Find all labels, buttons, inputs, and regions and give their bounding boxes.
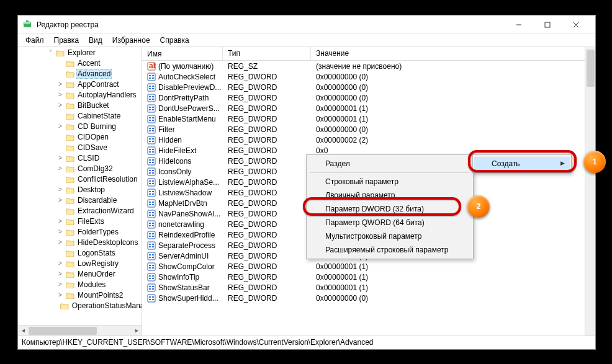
col-type[interactable]: Тип <box>223 47 311 60</box>
ctx-expandstring[interactable]: Расширяемый строковый параметр <box>308 243 472 257</box>
tree-item[interactable]: ConflictResolution <box>18 174 142 184</box>
ctx-qword64[interactable]: Параметр QWORD (64 бита) <box>308 216 472 229</box>
value-row[interactable]: AutoCheckSelectREG_DWORD0x00000000 (0) <box>142 71 595 82</box>
tree-item[interactable]: CIDOpen <box>18 131 142 142</box>
menu-favorites[interactable]: Избранное <box>109 35 154 45</box>
value-row[interactable]: DisablePreviewD...REG_DWORD0x00000000 (0… <box>142 82 595 92</box>
expand-icon[interactable]: > <box>56 81 64 87</box>
value-row[interactable]: FilterREG_DWORD0x00000000 (0) <box>142 124 595 135</box>
expand-icon[interactable]: > <box>56 197 64 203</box>
expand-icon[interactable]: > <box>56 165 64 172</box>
value-row[interactable]: ShowCompColorREG_DWORD0x00000001 (1) <box>142 261 595 272</box>
scroll-thumb[interactable] <box>29 327 97 335</box>
ctx-key[interactable]: Раздел <box>308 157 472 171</box>
tree-item[interactable]: CIDSave <box>18 142 142 153</box>
value-data: 0x00000000 (0) <box>311 125 595 134</box>
expand-icon[interactable]: > <box>56 291 64 298</box>
minimize-button[interactable] <box>505 16 533 33</box>
svg-rect-10 <box>545 22 550 27</box>
menu-view[interactable]: Вид <box>85 35 106 45</box>
tree-label: MountPoints2 <box>76 291 124 300</box>
folder-icon <box>66 165 74 172</box>
menu-file[interactable]: Файл <box>22 35 48 45</box>
tree-item[interactable]: CabinetState <box>18 110 142 121</box>
tree-item[interactable]: OperationStatusManager <box>18 300 142 311</box>
expand-icon[interactable]: > <box>56 186 64 193</box>
col-name[interactable]: Имя <box>142 47 223 60</box>
value-row[interactable]: HiddenREG_DWORD0x00000002 (2) <box>142 135 595 145</box>
value-row[interactable]: ShowStatusBarREG_DWORD0x00000001 (1) <box>142 282 595 293</box>
close-button[interactable] <box>562 16 590 33</box>
tree-item[interactable]: >MountPoints2 <box>18 290 142 300</box>
scroll-left-icon[interactable]: ◄ <box>18 326 29 336</box>
tree-label: CabinetState <box>76 112 122 120</box>
tree-item[interactable]: >LowRegistry <box>18 258 142 269</box>
expand-icon[interactable]: > <box>56 91 64 98</box>
tree-item[interactable]: >FolderTypes <box>18 226 142 237</box>
ctx-multistring[interactable]: Мультистроковый параметр <box>308 229 472 243</box>
tree-hscrollbar[interactable]: ◄ ► <box>18 325 142 335</box>
tree-item[interactable]: Advanced <box>18 68 142 79</box>
value-type: REG_DWORD <box>223 283 311 292</box>
col-value[interactable]: Значение <box>311 47 595 60</box>
tree-pane[interactable]: ˅Explorer Accent Advanced>AppContract>Au… <box>18 47 142 335</box>
value-row[interactable]: (По умолчанию)REG_SZ(значение не присвое… <box>142 61 595 71</box>
folder-icon <box>60 302 69 309</box>
ctx-binary[interactable]: Двоичный параметр <box>308 189 472 202</box>
value-type: REG_DWORD <box>223 189 311 197</box>
value-row[interactable]: ShowSuperHidd...REG_DWORD0x00000000 (0) <box>142 293 595 303</box>
tree-item[interactable]: >CD Burning <box>18 121 142 131</box>
value-row[interactable]: ShowInfoTipREG_DWORD0x00000001 (1) <box>142 272 595 282</box>
tree-item[interactable]: >HideDesktopIcons <box>18 237 142 247</box>
expand-icon[interactable]: > <box>56 239 64 246</box>
value-type: REG_DWORD <box>223 262 311 271</box>
tree-item-explorer[interactable]: ˅Explorer <box>18 47 142 58</box>
folder-icon <box>66 154 74 162</box>
ctx-new[interactable]: Создать ▶ <box>474 157 570 171</box>
ctx-dword32[interactable]: Параметр DWORD (32 бита) <box>308 202 472 216</box>
tree-item[interactable]: >Modules <box>18 279 142 290</box>
expand-icon <box>56 70 64 77</box>
expand-icon[interactable]: > <box>56 102 64 109</box>
expand-icon[interactable]: > <box>56 260 64 267</box>
tree-item[interactable]: >AppContract <box>18 79 142 89</box>
folder-icon <box>66 228 74 236</box>
scroll-right-icon[interactable]: ► <box>132 326 142 336</box>
status-path: Компьютер\HKEY_CURRENT_USER\SOFTWARE\Mic… <box>22 338 373 347</box>
expand-icon[interactable]: > <box>56 281 64 288</box>
expand-icon[interactable]: > <box>56 218 64 224</box>
list-vscrollbar[interactable] <box>585 47 595 335</box>
menu-help[interactable]: Справка <box>156 35 193 45</box>
value-row[interactable]: DontUsePowerS...REG_DWORD0x00000001 (1) <box>142 103 595 113</box>
menu-edit[interactable]: Правка <box>50 35 83 45</box>
tree-item[interactable]: >MenuOrder <box>18 269 142 279</box>
tree-label: CIDOpen <box>76 133 110 141</box>
tree-item[interactable]: >FileExts <box>18 216 142 226</box>
titlebar[interactable]: Редактор реестра <box>18 16 595 34</box>
folder-icon <box>66 133 74 141</box>
tree-item[interactable]: LogonStats <box>18 247 142 258</box>
expand-icon[interactable]: > <box>56 270 64 277</box>
value-type: REG_DWORD <box>223 157 311 166</box>
tree-item[interactable]: >CLSID <box>18 153 142 163</box>
value-row[interactable]: EnableStartMenuREG_DWORD0x00000001 (1) <box>142 113 595 124</box>
tree-item[interactable]: >BitBucket <box>18 100 142 110</box>
value-row[interactable]: DontPrettyPathREG_DWORD0x00000000 (0) <box>142 92 595 103</box>
collapse-icon[interactable]: ˅ <box>47 49 54 56</box>
vscroll-thumb[interactable] <box>587 50 595 87</box>
statusbar: Компьютер\HKEY_CURRENT_USER\SOFTWARE\Mic… <box>18 335 595 349</box>
maximize-button[interactable] <box>533 16 562 33</box>
expand-icon[interactable]: > <box>56 154 64 161</box>
expand-icon[interactable]: > <box>56 123 64 130</box>
tree-label: ComDlg32 <box>76 164 114 173</box>
tree-item[interactable]: >Desktop <box>18 184 142 195</box>
value-type: REG_DWORD <box>223 146 311 155</box>
expand-icon[interactable]: > <box>56 228 64 235</box>
tree-item[interactable]: Accent <box>18 58 142 68</box>
tree-item[interactable]: >ComDlg32 <box>18 163 142 174</box>
ctx-string[interactable]: Строковый параметр <box>308 175 472 189</box>
tree-item[interactable]: ExtractionWizard <box>18 205 142 216</box>
tree-item[interactable]: >AutoplayHandlers <box>18 89 142 100</box>
value-name-cell: SeparateProcess <box>142 241 223 250</box>
tree-item[interactable]: >Discardable <box>18 195 142 205</box>
